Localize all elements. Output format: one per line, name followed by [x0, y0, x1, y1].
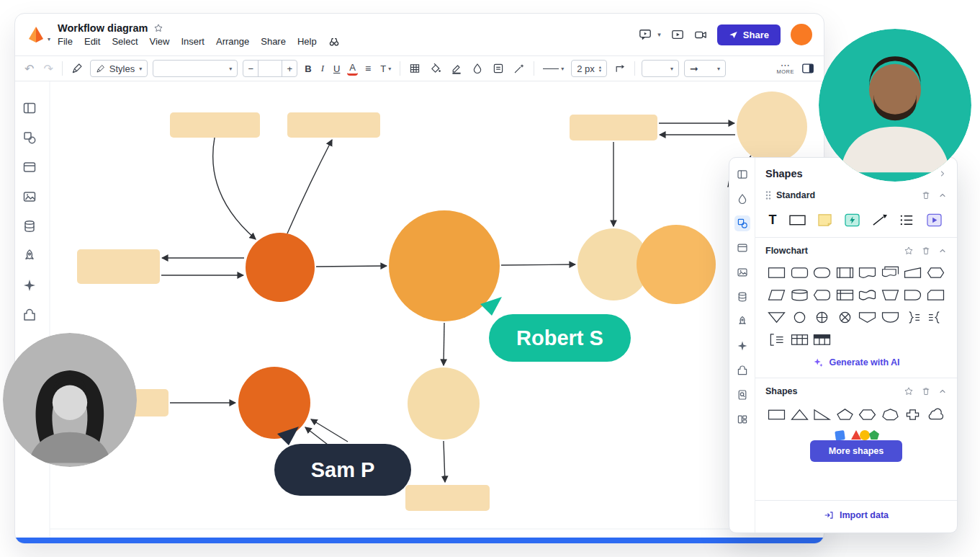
- table-button[interactable]: [407, 61, 423, 76]
- logo-wrap[interactable]: ▾: [27, 25, 50, 44]
- diagram-canvas[interactable]: [15, 81, 824, 540]
- trash-icon[interactable]: [921, 386, 931, 396]
- flowchart-shape-multiple-documents[interactable]: [879, 265, 902, 280]
- favorite-star-icon[interactable]: [153, 23, 163, 33]
- chevron-up-icon[interactable]: [938, 246, 947, 255]
- node-rectangle[interactable]: [77, 249, 160, 284]
- node-circle[interactable]: [737, 92, 807, 162]
- flowchart-shape-predefined-process[interactable]: [834, 265, 857, 280]
- present-play-icon[interactable]: [671, 28, 684, 41]
- flowchart-shape-document[interactable]: [856, 265, 879, 280]
- video-camera-icon[interactable]: [694, 28, 707, 41]
- connector-style-button[interactable]: [612, 61, 628, 76]
- menu-arrange[interactable]: Arrange: [216, 36, 249, 47]
- shape-hexagon[interactable]: [856, 407, 879, 422]
- connector[interactable]: [444, 441, 445, 482]
- import-data-button[interactable]: Import data: [765, 504, 947, 527]
- connector[interactable]: [444, 323, 444, 365]
- template-icon[interactable]: [734, 166, 750, 182]
- shape-cross[interactable]: [902, 407, 925, 422]
- shape-embed[interactable]: [925, 213, 944, 228]
- line-end-dropdown[interactable]: ➞▾: [684, 60, 726, 77]
- menu-share[interactable]: Share: [261, 36, 286, 47]
- flowchart-shape-display[interactable]: [811, 288, 834, 303]
- connector[interactable]: [311, 419, 348, 442]
- menu-edit[interactable]: Edit: [84, 36, 100, 47]
- chevron-right-icon[interactable]: [938, 169, 947, 178]
- sidebar-database-icon[interactable]: [22, 219, 37, 233]
- trash-icon[interactable]: [921, 190, 931, 200]
- sidebar-sparkles-icon[interactable]: [22, 278, 37, 293]
- flowchart-shape-summing-junction[interactable]: [811, 310, 834, 325]
- text-options-button[interactable]: T▾: [378, 62, 393, 76]
- flowchart-shape-manual-operation[interactable]: [879, 288, 902, 303]
- flowchart-shape-terminator[interactable]: [811, 265, 834, 280]
- text-color-button[interactable]: A: [347, 61, 358, 76]
- connector[interactable]: [501, 264, 575, 265]
- more-button[interactable]: ⋯ MORE: [777, 62, 795, 75]
- shape-triangle[interactable]: [788, 407, 812, 422]
- flowchart-shape-preparation[interactable]: [925, 265, 948, 280]
- flowchart-shape-connector[interactable]: [788, 310, 812, 325]
- trash-icon[interactable]: [921, 246, 931, 256]
- ink-drop-icon[interactable]: [734, 191, 750, 207]
- lucid-logo[interactable]: [27, 25, 45, 44]
- section-header-flowchart[interactable]: Flowchart: [765, 241, 947, 261]
- shape-smart-container[interactable]: [842, 213, 862, 228]
- star-icon[interactable]: [904, 386, 914, 396]
- binoculars-icon[interactable]: [328, 36, 340, 48]
- shape-data-button[interactable]: [490, 61, 506, 76]
- sidebar-frame-icon[interactable]: [22, 160, 37, 174]
- menu-select[interactable]: Select: [112, 36, 138, 47]
- shape-pentagon[interactable]: [834, 407, 857, 422]
- font-size-value[interactable]: [258, 61, 282, 76]
- shape-rectangle[interactable]: [788, 213, 807, 228]
- flowchart-shape-database[interactable]: [788, 288, 812, 303]
- right-panel-toggle[interactable]: [799, 61, 817, 76]
- shape-heptagon[interactable]: [879, 407, 902, 422]
- flowchart-shape-paper-tape[interactable]: [856, 288, 879, 303]
- menu-file[interactable]: File: [58, 36, 73, 47]
- menu-view[interactable]: View: [150, 36, 170, 47]
- flowchart-shape-internal-storage[interactable]: [834, 288, 857, 303]
- sidebar-puzzle-icon[interactable]: [22, 308, 37, 322]
- comment-presentation-icon[interactable]: [639, 28, 652, 41]
- menu-insert[interactable]: Insert: [181, 36, 204, 47]
- flowchart-shape-brace-right[interactable]: [902, 310, 925, 325]
- flowchart-shape-table[interactable]: [788, 332, 812, 347]
- chevron-up-icon[interactable]: [938, 191, 947, 200]
- sidebar-image-icon[interactable]: [22, 190, 37, 204]
- shape-rectangle[interactable]: [765, 407, 788, 422]
- flowchart-shape-off-page-connector[interactable]: [856, 310, 879, 325]
- image-icon[interactable]: [734, 264, 750, 280]
- bold-button[interactable]: B: [302, 62, 313, 76]
- node-rectangle[interactable]: [287, 112, 380, 138]
- rocket-icon[interactable]: [734, 313, 750, 329]
- shapes-icon[interactable]: [734, 215, 750, 231]
- shape-list[interactable]: [897, 213, 917, 228]
- cards-icon[interactable]: [734, 411, 750, 427]
- node-circle[interactable]: [637, 225, 716, 304]
- connector[interactable]: [316, 266, 387, 267]
- connector[interactable]: [213, 138, 256, 239]
- font-dropdown[interactable]: ▾: [153, 60, 238, 77]
- italic-button[interactable]: I: [319, 61, 326, 76]
- shape-text[interactable]: T: [765, 213, 780, 228]
- theme-pen-button[interactable]: [69, 61, 85, 76]
- user-avatar[interactable]: [791, 24, 812, 45]
- star-icon[interactable]: [904, 246, 914, 256]
- font-size-increase[interactable]: +: [282, 61, 297, 76]
- sidebar-template-icon[interactable]: [22, 101, 37, 115]
- puzzle-icon[interactable]: [734, 362, 750, 378]
- shape-sticky-note[interactable]: [815, 213, 835, 228]
- chevron-down-icon[interactable]: ▾: [48, 36, 50, 44]
- flowchart-shape-manual-input[interactable]: [902, 265, 925, 280]
- flowchart-shape-header-table[interactable]: [811, 332, 834, 347]
- node-circle[interactable]: [408, 367, 480, 440]
- share-button[interactable]: Share: [717, 24, 781, 45]
- sidebar-shapes-icon[interactable]: [22, 130, 37, 145]
- underline-button[interactable]: U: [331, 62, 342, 76]
- flowchart-shape-brace-left[interactable]: [925, 310, 948, 325]
- text-align-button[interactable]: ≡: [363, 61, 373, 76]
- shape-line[interactable]: [870, 213, 889, 228]
